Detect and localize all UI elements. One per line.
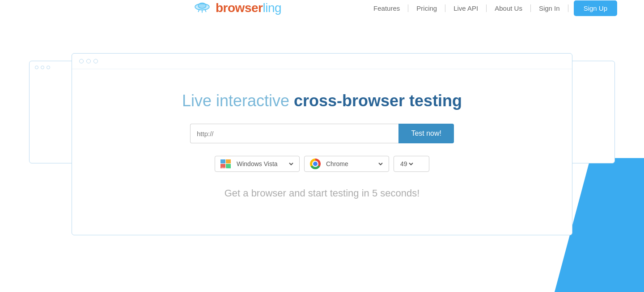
url-form: Test now! [190, 124, 454, 143]
dot-2 [41, 66, 44, 69]
dot-3 [47, 66, 50, 69]
hero-title-bold: cross-browser testing [294, 92, 462, 110]
os-selector[interactable]: Vista Windows Vista Windows XP Windows 7… [215, 156, 300, 172]
nav-features[interactable]: Features [365, 4, 408, 12]
browser-selector[interactable]: Chrome Firefox Safari Internet Explorer … [304, 156, 389, 172]
hero-title-normal: Live interactive [182, 92, 294, 110]
svg-rect-8 [226, 164, 231, 168]
window-dot-1 [79, 59, 84, 63]
version-selector[interactable]: 49 48 47 46 45 44 43 [394, 156, 429, 172]
nav-signin[interactable]: Sign In [531, 4, 568, 12]
hero-content: Live interactive cross-browser testing T… [72, 69, 572, 213]
logo-icon [192, 0, 212, 18]
selectors-row: Vista Windows Vista Windows XP Windows 7… [215, 156, 429, 172]
chrome-icon [310, 159, 321, 169]
nav-about-us[interactable]: About Us [487, 4, 531, 12]
logo: browserling [192, 0, 281, 18]
window-dot-3 [93, 59, 98, 63]
header: browserling Features Pricing Live API Ab… [0, 0, 644, 16]
test-now-button[interactable]: Test now! [398, 124, 454, 143]
dot-1 [35, 66, 38, 69]
os-icon: Vista [220, 159, 232, 169]
main-content: Live interactive cross-browser testing T… [0, 16, 644, 272]
nav-live-api[interactable]: Live API [445, 4, 487, 12]
version-select[interactable]: 49 48 47 46 45 44 43 [398, 160, 415, 168]
svg-text:Vista: Vista [221, 167, 226, 169]
tagline: Get a browser and start testing in 5 sec… [225, 188, 420, 199]
svg-rect-9 [220, 159, 225, 163]
browser-icon [309, 159, 322, 169]
browser-select[interactable]: Chrome Firefox Safari Internet Explorer … [324, 160, 384, 168]
url-input[interactable] [190, 124, 398, 143]
os-select[interactable]: Windows Vista Windows XP Windows 7 Windo… [235, 160, 295, 168]
svg-rect-10 [226, 159, 231, 163]
window-dot-2 [86, 59, 91, 63]
browser-title-bar [72, 54, 572, 69]
nav-pricing[interactable]: Pricing [408, 4, 445, 12]
logo-text: browserling [216, 1, 281, 15]
hero-title: Live interactive cross-browser testing [182, 92, 462, 110]
signup-button[interactable]: Sign Up [574, 0, 617, 16]
main-nav: Features Pricing Live API About Us Sign … [365, 0, 617, 16]
main-browser-window: Live interactive cross-browser testing T… [72, 53, 572, 235]
